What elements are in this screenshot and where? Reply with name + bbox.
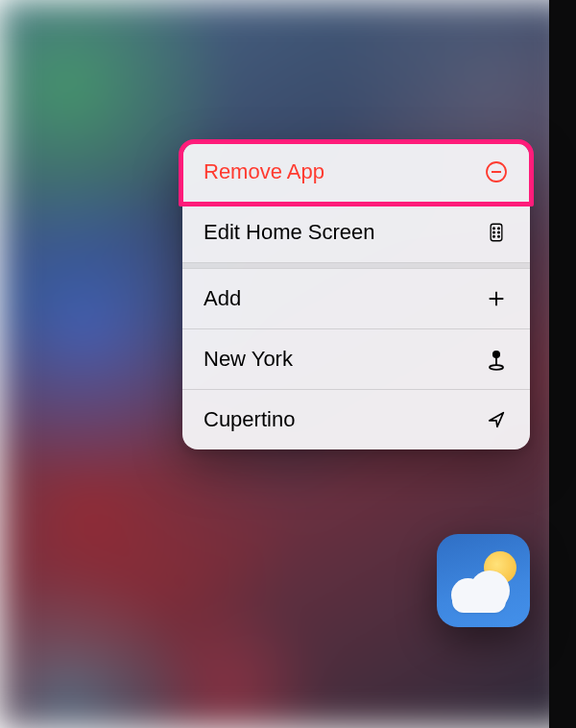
- location-arrow-icon: [484, 407, 509, 432]
- menu-separator-thick: [182, 262, 530, 269]
- svg-point-11: [493, 352, 499, 357]
- homescreen-icon: [484, 220, 509, 245]
- weather-app-icon[interactable]: [437, 534, 530, 627]
- menu-item-label: Add: [204, 286, 241, 311]
- menu-item-new-york[interactable]: New York: [182, 329, 530, 389]
- pin-icon: [484, 347, 509, 372]
- svg-point-3: [493, 228, 495, 230]
- menu-item-add[interactable]: Add: [182, 269, 530, 328]
- menu-item-label: Edit Home Screen: [204, 220, 375, 245]
- svg-point-7: [493, 235, 495, 237]
- svg-point-5: [493, 231, 495, 233]
- svg-point-13: [490, 365, 503, 370]
- svg-point-6: [498, 231, 500, 233]
- menu-item-cupertino[interactable]: Cupertino: [182, 390, 530, 449]
- menu-item-label: Remove App: [204, 159, 324, 184]
- plus-icon: [484, 286, 509, 311]
- minus-circle-icon: [484, 159, 509, 184]
- menu-item-label: Cupertino: [204, 407, 295, 432]
- svg-point-4: [498, 228, 500, 230]
- right-dark-edge: [549, 0, 576, 728]
- svg-point-8: [498, 235, 500, 237]
- menu-item-label: New York: [204, 347, 293, 372]
- menu-item-remove-app[interactable]: Remove App: [182, 142, 530, 202]
- context-menu: Remove App Edit Home Screen Add New: [182, 142, 530, 449]
- svg-rect-2: [491, 224, 502, 241]
- cloud-icon: [446, 570, 512, 611]
- menu-item-edit-home-screen[interactable]: Edit Home Screen: [182, 203, 530, 262]
